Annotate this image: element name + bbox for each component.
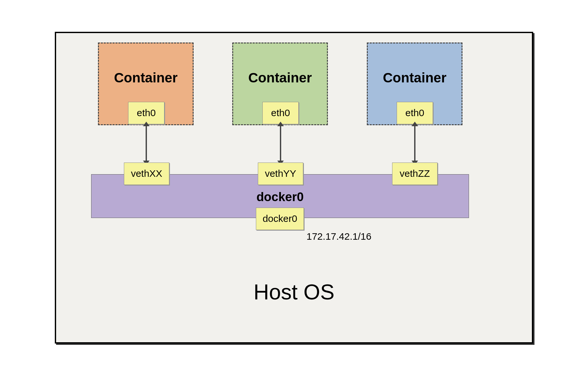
docker-bridge-title: docker0 bbox=[91, 190, 469, 204]
veth-box-3: vethZZ bbox=[392, 163, 438, 185]
veth-box-1: vethXX bbox=[124, 163, 169, 185]
eth0-box-2: eth0 bbox=[262, 102, 299, 124]
docker0-interface-box: docker0 bbox=[256, 208, 304, 230]
eth0-box-3: eth0 bbox=[397, 102, 433, 124]
eth0-box-1: eth0 bbox=[128, 102, 164, 124]
arrow-2 bbox=[280, 126, 281, 161]
host-os-frame: Container Container Container docker0 et… bbox=[55, 32, 533, 344]
container-title-3: Container bbox=[368, 70, 462, 86]
veth-box-2: vethYY bbox=[258, 163, 303, 185]
container-title-1: Container bbox=[99, 70, 193, 86]
host-os-label: Host OS bbox=[56, 280, 532, 304]
arrow-3 bbox=[414, 126, 415, 161]
container-title-2: Container bbox=[233, 70, 327, 86]
bridge-ip-label: 172.17.42.1/16 bbox=[306, 231, 371, 242]
arrow-1 bbox=[146, 126, 147, 161]
